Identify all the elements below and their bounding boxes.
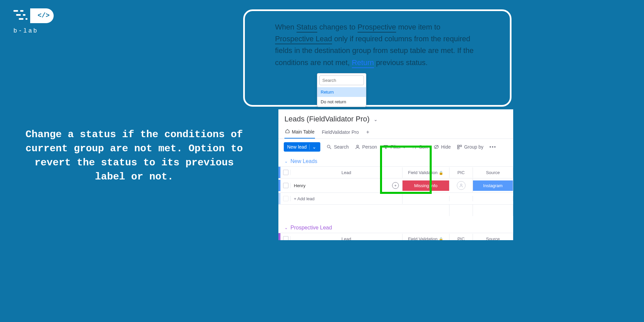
text: When (275, 23, 294, 31)
svg-point-7 (327, 145, 330, 148)
svg-rect-11 (458, 145, 459, 147)
svg-point-9 (357, 145, 358, 147)
avatar-icon (457, 181, 466, 190)
text: changes to (319, 23, 356, 31)
add-view-button[interactable]: + (366, 127, 370, 139)
col-lead[interactable]: Lead (290, 234, 402, 240)
group-title: Prospective Lead (290, 225, 332, 231)
logo: </> b-lab (13, 7, 54, 34)
label: Filter (390, 144, 401, 150)
action-token[interactable]: Return (352, 58, 374, 68)
chat-icon[interactable]: + (392, 182, 399, 189)
cell-value: Henry (294, 183, 306, 188)
eye-off-icon (434, 144, 439, 150)
col-pic[interactable]: PIC (449, 234, 473, 240)
column-headers: Lead Field Validation🔒 PIC Source (278, 233, 513, 240)
target-status-token[interactable]: Prospective (358, 23, 396, 33)
row-checkbox[interactable] (283, 183, 288, 188)
chevron-down-icon[interactable]: ⌄ (309, 144, 319, 150)
add-lead-label[interactable]: + Add lead (290, 194, 402, 204)
text: previous status. (376, 58, 428, 67)
select-all-checkbox[interactable] (283, 236, 288, 240)
lead-name-cell[interactable]: Henry + (290, 180, 402, 191)
svg-rect-0 (13, 10, 18, 12)
action-dropdown[interactable]: Return Do not return (317, 73, 366, 107)
table-row[interactable]: Henry + Missing Info Instagram (278, 178, 513, 193)
svg-line-8 (330, 148, 331, 149)
status-token[interactable]: Status (297, 23, 317, 33)
search-button[interactable]: Search (326, 144, 348, 150)
group-new-leads: ⌄ New Leads Lead Field Validation🔒 PIC S… (278, 158, 513, 216)
lock-icon: 🔒 (439, 237, 443, 240)
group-title: New Leads (290, 158, 317, 164)
view-tabs: Main Table FieldValidator Pro + (278, 125, 513, 139)
person-filter[interactable]: Person (355, 144, 377, 150)
dropdown-option-return[interactable]: Return (317, 87, 366, 97)
board-title[interactable]: Leads (FieldValidator Pro) ⌄ (278, 109, 513, 125)
validation-cell[interactable]: Missing Info (402, 180, 449, 191)
filter-icon (383, 144, 388, 150)
text: move item to (398, 23, 440, 31)
chevron-down-icon: ⌄ (284, 159, 288, 164)
svg-rect-12 (460, 145, 462, 147)
col-pic[interactable]: PIC (449, 167, 473, 178)
label: Person (362, 144, 377, 150)
svg-point-14 (460, 184, 462, 185)
destination-token[interactable]: Prospective Lead (275, 35, 332, 44)
label: Group by (464, 144, 484, 150)
automation-sentence: When Status changes to Prospective move … (275, 21, 480, 68)
group-prospective-lead: ⌄ Prospective Lead Lead Field Validation… (278, 225, 513, 240)
label: Sort (419, 144, 428, 150)
board-title-label: Leads (FieldValidator Pro) (284, 115, 370, 123)
label: Hide (441, 144, 451, 150)
col-source[interactable]: Source (473, 234, 513, 240)
chevron-down-icon: ⌄ (403, 145, 406, 149)
lock-icon: 🔒 (439, 171, 443, 175)
filter-button[interactable]: Filter ⌄ (383, 144, 406, 150)
add-lead-row[interactable]: + Add lead (278, 193, 513, 205)
label: Field Validation (408, 236, 438, 240)
button-label: New lead (287, 144, 307, 150)
dropdown-option-do-not-return[interactable]: Do not return (317, 97, 366, 107)
dropdown-search-input[interactable] (319, 75, 364, 85)
col-validation[interactable]: Field Validation🔒 (402, 234, 449, 240)
tab-fieldvalidator[interactable]: FieldValidator Pro (321, 127, 359, 138)
tab-label: FieldValidator Pro (322, 129, 359, 135)
svg-rect-4 (19, 18, 23, 20)
group-header[interactable]: ⌄ New Leads (278, 158, 513, 166)
svg-rect-3 (23, 14, 25, 16)
tab-main-table[interactable]: Main Table (284, 127, 315, 139)
sort-icon: ↑↓ (412, 144, 417, 150)
group-icon (457, 144, 462, 150)
svg-rect-13 (458, 147, 459, 149)
svg-rect-5 (25, 18, 28, 20)
marketing-text: Change a status if the conditions of cur… (23, 127, 245, 184)
search-icon (326, 144, 332, 150)
column-headers: Lead Field Validation🔒 PIC Source (278, 167, 513, 178)
home-icon (285, 129, 290, 135)
group-by-button[interactable]: Group by (457, 144, 484, 150)
board-toolbar: New lead ⌄ Search Person Filter ⌄ ↑↓ Sor… (278, 139, 513, 155)
svg-rect-1 (20, 10, 23, 12)
group-header[interactable]: ⌄ Prospective Lead (278, 225, 513, 233)
source-cell[interactable]: Instagram (473, 180, 513, 191)
summary-row (278, 205, 513, 216)
col-validation[interactable]: Field Validation🔒 (402, 167, 449, 178)
new-lead-button[interactable]: New lead ⌄ (284, 142, 320, 152)
select-all-checkbox[interactable] (283, 170, 288, 175)
more-button[interactable]: ••• (489, 144, 496, 150)
sort-button[interactable]: ↑↓ Sort (412, 144, 428, 150)
person-icon (355, 144, 360, 150)
status-badge: Instagram (473, 180, 513, 191)
row-checkbox (283, 196, 288, 201)
status-badge: Missing Info (402, 180, 449, 191)
plus-icon: + (366, 129, 369, 135)
col-lead[interactable]: Lead (290, 167, 402, 178)
automation-rule-panel: When Status changes to Prospective move … (243, 9, 512, 107)
label: Search (334, 144, 348, 150)
chevron-down-icon[interactable]: ⌄ (374, 117, 378, 122)
col-source[interactable]: Source (473, 167, 513, 178)
pic-cell[interactable] (449, 178, 473, 193)
hide-button[interactable]: Hide (434, 144, 451, 150)
logo-label: b-lab (13, 28, 54, 34)
